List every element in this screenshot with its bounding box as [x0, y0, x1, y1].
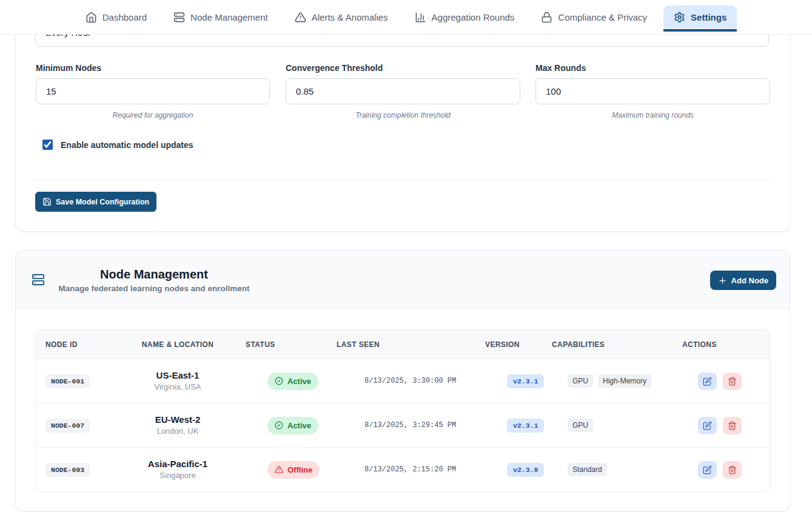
node-location: Singapore — [122, 470, 233, 481]
model-configuration-card: Every Hour Minimum Nodes Required for ag… — [15, 0, 790, 232]
capabilities: Standard — [568, 463, 682, 476]
server-icon — [173, 12, 185, 23]
edit-node-button[interactable] — [698, 373, 717, 390]
column-node-id: NODE ID — [45, 340, 122, 349]
nav-item-aggregation-rounds[interactable]: Aggregation Rounds — [404, 5, 525, 29]
convergence-threshold-label: Convergence Threshold — [286, 63, 383, 73]
trash-icon — [728, 465, 737, 474]
save-icon — [42, 197, 52, 206]
table-row: NODE-003 Asia-Pacific-1 Singapore Offlin… — [36, 447, 770, 491]
add-node-label: Add Node — [731, 276, 768, 285]
column-actions: ACTIONS — [682, 340, 770, 349]
column-name-location: NAME & LOCATION — [122, 340, 246, 349]
save-button-label: Save Model Configuration — [56, 198, 149, 206]
node-name: Asia-Pacific-1 — [122, 457, 233, 470]
edit-icon — [703, 465, 712, 474]
capability-badge: Standard — [568, 463, 607, 476]
node-id-badge: NODE-007 — [45, 419, 90, 433]
auto-update-checkbox[interactable] — [42, 140, 53, 150]
delete-node-button[interactable] — [723, 461, 742, 479]
card-subtitle: Manage federated learning nodes and enro… — [51, 284, 257, 293]
minimum-nodes-input[interactable] — [36, 78, 270, 104]
node-id-badge: NODE-001 — [45, 374, 90, 388]
max-rounds-helper: Maximum training rounds — [535, 111, 770, 120]
capabilities: GPU — [568, 419, 682, 432]
form-divider — [35, 180, 770, 180]
nav-item-alerts-anomalies[interactable]: Alerts & Anomalies — [284, 5, 398, 29]
node-location: Virginia, USA — [122, 382, 233, 393]
version-badge: v2.3.1 — [507, 374, 544, 388]
gear-icon — [674, 12, 685, 23]
nav-item-dashboard[interactable]: Dashboard — [75, 5, 157, 29]
last-seen: 8/13/2025, 3:29:45 PM — [364, 421, 485, 430]
top-nav: Dashboard Node Management Alerts & Anoma… — [0, 0, 812, 35]
server-icon — [32, 273, 45, 286]
add-node-button[interactable]: Add Node — [710, 271, 776, 290]
capability-badge: GPU — [568, 374, 593, 388]
table-row: NODE-001 US-East-1 Virginia, USA Active … — [36, 359, 770, 403]
home-icon — [86, 12, 97, 23]
edit-icon — [703, 377, 712, 386]
nodes-table: NODE ID NAME & LOCATION STATUS LAST SEEN… — [35, 329, 770, 492]
table-row: NODE-007 EU-West-2 London, UK Active 8/1… — [36, 403, 770, 447]
edit-icon — [703, 421, 712, 430]
save-model-config-button[interactable]: Save Model Configuration — [35, 192, 156, 212]
max-rounds-label: Max Rounds — [535, 63, 586, 73]
table-header-row: NODE ID NAME & LOCATION STATUS LAST SEEN… — [36, 330, 770, 359]
nav-item-node-management[interactable]: Node Management — [163, 5, 278, 29]
alert-triangle-icon — [295, 12, 306, 23]
card-title: Node Management — [51, 267, 257, 282]
capability-badge: GPU — [568, 419, 593, 432]
node-management-card: Node Management Manage federated learnin… — [15, 250, 790, 511]
node-name: US-East-1 — [122, 369, 233, 382]
trash-icon — [728, 421, 737, 430]
check-circle-icon — [275, 421, 283, 430]
delete-node-button[interactable] — [723, 417, 742, 434]
version-badge: v2.3.1 — [507, 419, 544, 433]
column-last-seen: LAST SEEN — [337, 340, 485, 349]
status-badge: Active — [267, 373, 318, 390]
version-badge: v2.3.0 — [507, 463, 544, 477]
convergence-threshold-input[interactable] — [286, 78, 520, 104]
column-version: VERSION — [485, 340, 552, 349]
edit-node-button[interactable] — [698, 461, 717, 479]
node-location: London, UK — [122, 426, 233, 437]
last-seen: 8/13/2025, 3:30:00 PM — [364, 377, 485, 385]
minimum-nodes-label: Minimum Nodes — [36, 63, 101, 73]
convergence-threshold-helper: Training completion threshold — [286, 111, 520, 120]
nav-item-settings[interactable]: Settings — [663, 5, 737, 29]
plus-icon — [718, 276, 727, 285]
capability-badge: High-Memory — [598, 374, 651, 388]
nav-item-compliance-privacy[interactable]: Compliance & Privacy — [531, 5, 657, 29]
max-rounds-input[interactable] — [535, 78, 770, 104]
node-id-badge: NODE-003 — [45, 463, 90, 477]
column-status: STATUS — [246, 340, 337, 349]
last-seen: 8/13/2025, 2:15:20 PM — [364, 465, 485, 474]
status-badge: Offline — [267, 461, 320, 479]
capabilities: GPU High-Memory — [568, 374, 682, 388]
minimum-nodes-helper: Required for aggregation — [36, 111, 270, 120]
lock-icon — [541, 12, 552, 23]
node-management-header: Node Management Manage federated learnin… — [16, 251, 790, 309]
delete-node-button[interactable] — [723, 373, 742, 390]
edit-node-button[interactable] — [698, 417, 717, 434]
status-badge: Active — [267, 417, 318, 434]
bar-chart-icon — [415, 12, 426, 23]
auto-update-label[interactable]: Enable automatic model updates — [61, 140, 193, 150]
column-capabilities: CAPABILITIES — [552, 340, 682, 349]
check-circle-icon — [275, 377, 283, 385]
trash-icon — [728, 377, 737, 386]
alert-triangle-icon — [275, 465, 283, 474]
node-name: EU-West-2 — [122, 413, 233, 426]
